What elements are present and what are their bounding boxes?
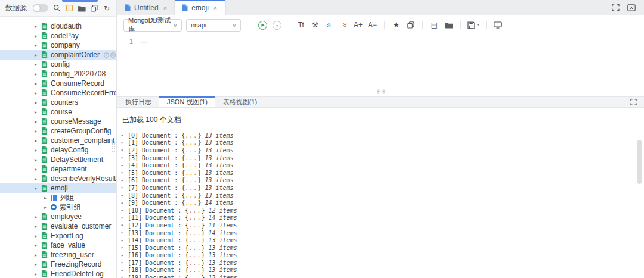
tree-expand-arrow-icon[interactable]: ▸	[33, 233, 38, 239]
expand-arrow-icon[interactable]: ▸	[121, 276, 128, 278]
tree-expand-arrow-icon[interactable]: ▸	[33, 33, 38, 39]
font-decrease-button[interactable]: A−	[367, 20, 377, 30]
expand-arrow-icon[interactable]: ▸	[121, 133, 128, 138]
stop-button[interactable]: ●	[272, 20, 282, 30]
sidebar-resize-handle[interactable]	[112, 143, 116, 152]
tree-expand-arrow-icon[interactable]: ▸	[33, 129, 38, 134]
json-document-row[interactable]: ▸ [2] Document : { ... } 13 items	[121, 146, 644, 154]
json-document-row[interactable]: ▸ [18] Document : { ... } 13 items	[121, 267, 644, 274]
expand-results-icon[interactable]	[630, 97, 644, 107]
open-folder-button[interactable]	[444, 20, 454, 30]
tree-item[interactable]: ▸ config_20220708	[0, 69, 116, 79]
json-document-row[interactable]: ▸ [14] Document : { ... } 13 items	[121, 236, 644, 244]
expand-arrow-icon[interactable]: ▸	[121, 193, 128, 198]
tree-item[interactable]: ▸ evaluate_customer	[0, 221, 116, 231]
json-document-row[interactable]: ▸ [17] Document : { ... } 13 items	[121, 259, 644, 267]
expand-arrow-icon[interactable]: ▸	[121, 260, 128, 265]
json-document-row[interactable]: ▸ [15] Document : { ... } 13 items	[121, 244, 644, 252]
json-document-row[interactable]: ▸ [7] Document : { ... } 13 items	[121, 184, 644, 192]
tree-expand-arrow-icon[interactable]: ▸	[33, 71, 38, 77]
query-code[interactable]	[141, 42, 147, 43]
tree-expand-arrow-icon[interactable]: ▸	[33, 262, 38, 267]
collapse-all-button[interactable]: «	[324, 20, 335, 30]
script-log-button[interactable]: ▤	[429, 20, 439, 30]
tree-expand-arrow-icon[interactable]: ▸	[33, 52, 38, 58]
fullscreen-icon[interactable]	[612, 4, 620, 11]
tree-expand-arrow-icon[interactable]: ▸	[33, 110, 38, 115]
tree-item[interactable]: ▸ 列组	[0, 193, 116, 202]
tree-item[interactable]: ▸ createGroupConfig	[0, 126, 116, 136]
tree-expand-arrow-icon[interactable]: ▸	[33, 62, 38, 67]
tree-item[interactable]: ▸ codePay	[0, 31, 116, 40]
expand-arrow-icon[interactable]: ▸	[121, 140, 128, 145]
json-document-row[interactable]: ▸ [13] Document : { ... } 14 items	[121, 229, 644, 237]
tree-expand-arrow-icon[interactable]: ▸	[33, 100, 38, 105]
tree-expand-arrow-icon[interactable]: ▸	[33, 138, 38, 143]
expand-arrow-icon[interactable]: ▸	[121, 163, 128, 168]
tree-expand-arrow-icon[interactable]: ▸	[33, 214, 38, 220]
expand-arrow-icon[interactable]: ▸	[121, 185, 128, 190]
tree-expand-arrow-icon[interactable]: ▸	[33, 90, 38, 96]
tree-item[interactable]: ▸ freezing_user	[0, 250, 116, 260]
expand-arrow-icon[interactable]: ▸	[121, 208, 128, 213]
expand-arrow-icon[interactable]: ▸	[121, 238, 128, 243]
tree-item[interactable]: ▾ emoji	[0, 183, 116, 193]
tree-expand-arrow-icon[interactable]: ▸	[33, 176, 38, 182]
expand-arrow-icon[interactable]: ▸	[121, 155, 128, 160]
expand-arrow-icon[interactable]: ▸	[121, 215, 128, 220]
scrollbar[interactable]	[637, 140, 642, 184]
toggle-switch[interactable]	[33, 4, 48, 12]
json-document-row[interactable]: ▸ [19] Document : { ... } 13 items	[121, 274, 644, 278]
tree-item[interactable]: ▸ FriendDeleteLog	[0, 269, 116, 278]
tree-item[interactable]: ▸ DelaySettlement	[0, 155, 116, 164]
json-document-row[interactable]: ▸ [11] Document : { ... } 14 items	[121, 214, 644, 222]
tree-item[interactable]: ▸ company	[0, 40, 116, 50]
console-button[interactable]	[493, 20, 503, 30]
tree-item[interactable]: ▸ delayConfig	[0, 145, 116, 155]
json-document-row[interactable]: ▸ [6] Document : { ... } 13 items	[121, 177, 644, 185]
tree-item[interactable]: ▸ describeVerifyResultResponse	[0, 174, 116, 183]
expand-arrow-icon[interactable]: ▸	[121, 245, 128, 250]
json-document-row[interactable]: ▸ [16] Document : { ... } 13 items	[121, 252, 644, 260]
code-editor[interactable]: 1	[117, 35, 644, 96]
expand-arrow-icon[interactable]: ▸	[121, 230, 128, 235]
json-document-row[interactable]: ▸ [5] Document : { ... } 13 items	[121, 169, 644, 177]
expand-arrow-icon[interactable]: ▸	[121, 268, 128, 273]
tree-item[interactable]: ▸ customer_complaint	[0, 136, 116, 145]
json-document-row[interactable]: ▸ [10] Document : { ... } 12 items	[121, 207, 644, 214]
expand-arrow-icon[interactable]: ▸	[121, 253, 128, 258]
expand-arrow-icon[interactable]: ▸	[121, 223, 128, 227]
expand-arrow-icon[interactable]: ▸	[121, 148, 128, 152]
refresh-icon[interactable]: ↻	[103, 4, 111, 13]
tree-expand-arrow-icon[interactable]: ▸	[33, 243, 38, 248]
search-icon[interactable]	[52, 4, 61, 13]
json-document-row[interactable]: ▸ [0] Document : { ... } 13 items	[121, 132, 644, 139]
tree-expand-arrow-icon[interactable]: ▸	[33, 157, 38, 163]
tree-expand-arrow-icon[interactable]: ▸	[33, 81, 38, 86]
json-document-row[interactable]: ▸ [12] Document : { ... } 11 items	[121, 221, 644, 229]
tree-expand-arrow-icon[interactable]: ▸	[33, 252, 38, 258]
tree-expand-arrow-icon[interactable]: ▸	[43, 205, 48, 210]
tree-item[interactable]: ▸ department	[0, 164, 116, 174]
tree-item[interactable]: ▸ 索引组	[0, 202, 116, 212]
tree-item[interactable]: ▸ course	[0, 107, 116, 117]
json-document-row[interactable]: ▸ [8] Document : { ... } 13 items	[121, 192, 644, 199]
expand-all-button[interactable]: «	[339, 20, 349, 30]
json-document-row[interactable]: ▸ [9] Document : { ... } 14 items	[121, 199, 644, 207]
tree-expand-arrow-icon[interactable]: ▸	[43, 195, 48, 201]
copy-icon[interactable]	[90, 4, 98, 13]
tree-expand-arrow-icon[interactable]: ▸	[33, 148, 38, 153]
expand-arrow-icon[interactable]: ▸	[121, 170, 128, 175]
run-button[interactable]: ▶	[258, 20, 268, 30]
tree-expand-arrow-icon[interactable]: ▸	[33, 167, 38, 172]
collection-select[interactable]: imapi ∨	[186, 19, 241, 32]
json-document-row[interactable]: ▸ [1] Document : { ... } 13 items	[121, 139, 644, 147]
tree-item[interactable]: ▸ FreezingRecord	[0, 260, 116, 269]
tree-item[interactable]: ▸ ExportLog	[0, 231, 116, 240]
expand-arrow-icon[interactable]: ▸	[121, 201, 128, 205]
database-select[interactable]: MongoDB测试库 ∨	[123, 19, 182, 32]
tree-expand-arrow-icon[interactable]: ▸	[33, 24, 38, 29]
folder-icon[interactable]	[78, 4, 86, 13]
favorite-button[interactable]: ★	[391, 20, 401, 30]
editor-tab[interactable]: Untitled ×	[117, 0, 175, 15]
